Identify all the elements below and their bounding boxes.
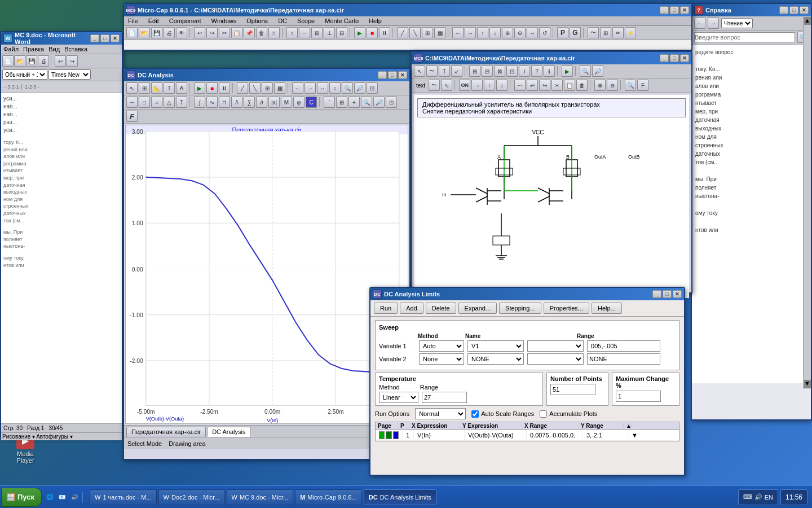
stepping-button[interactable]: Stepping... — [499, 303, 541, 314]
dc-add-icon[interactable]: + — [348, 97, 360, 108]
dc-text-icon[interactable]: A — [176, 82, 187, 94]
dc-fliph-icon[interactable]: ↔ — [317, 82, 328, 94]
dc-limits-close-btn[interactable]: ✕ — [673, 290, 682, 298]
p-icon[interactable]: P — [557, 27, 568, 38]
row-yrange[interactable] — [583, 430, 628, 440]
circ-up-icon[interactable]: ↑ — [484, 80, 495, 91]
accumulate-checkbox[interactable] — [540, 410, 547, 418]
probe-icon[interactable]: ⚡ — [625, 27, 636, 38]
circ-num-icon[interactable]: ··· — [514, 80, 526, 91]
component-icon[interactable]: ⊞ — [311, 27, 323, 38]
dc-maximize-btn[interactable]: □ — [388, 71, 397, 79]
stop-icon[interactable]: ■ — [367, 27, 378, 38]
dc-diag1-icon[interactable]: ╱ — [237, 82, 248, 94]
word-menu-view[interactable]: Вид — [48, 46, 60, 52]
dc-run-icon[interactable]: ▶ — [194, 82, 205, 94]
media-icon[interactable]: 🔊 — [69, 492, 80, 503]
circ-del-icon[interactable]: 🗑 — [576, 80, 588, 91]
word-print-icon[interactable]: 🖨 — [38, 55, 49, 67]
temp-method-select[interactable]: Linear Log — [379, 392, 418, 403]
row-yexpr[interactable] — [465, 430, 527, 440]
circ-comp1-icon[interactable]: ⊞ — [469, 65, 480, 77]
run-button[interactable]: Run — [374, 303, 398, 314]
up-arrow-icon[interactable]: ↑ — [477, 27, 488, 38]
dc-zoom-fit-icon[interactable]: ⊡ — [367, 82, 378, 94]
circuit-area[interactable]: Дифференциальный усилитель на биполярных… — [414, 95, 689, 298]
var1-range-input[interactable] — [587, 340, 660, 352]
circ-comp4-icon[interactable]: ⊡ — [506, 65, 518, 77]
dc-minimize-btn[interactable]: _ — [378, 71, 387, 79]
dc-zoom3-icon[interactable]: 🔍 — [361, 97, 372, 108]
dc-probe-icon[interactable]: T — [164, 82, 175, 94]
mc9-minimize-btn[interactable]: _ — [660, 6, 669, 14]
start-button[interactable]: 🪟 Пуск — [1, 488, 42, 507]
mc9-menu-options[interactable]: Options — [245, 17, 270, 25]
dc-grid2-icon[interactable]: ⊞ — [262, 82, 273, 94]
dc-limits-minimize-btn[interactable]: _ — [652, 290, 661, 298]
right-panel-content[interactable]: редите вопрос току. Ко... рения или алов… — [692, 45, 811, 383]
rp-view-select[interactable]: Чтение — [721, 18, 753, 28]
var2-method-select[interactable]: None Auto — [419, 353, 464, 365]
preview-icon[interactable]: 👁 — [176, 27, 187, 38]
circ-T-icon[interactable]: T — [439, 65, 450, 77]
word-redo-icon[interactable]: ↪ — [67, 55, 78, 67]
pencil-icon[interactable]: ✏ — [612, 27, 624, 38]
dc-diag2-icon[interactable]: ╲ — [249, 82, 261, 94]
word-content[interactable]: уси... нап... нап... раз... уси... тору.… — [1, 93, 122, 423]
right-panel-scrollbar[interactable]: ▲ ▼ — [803, 16, 811, 389]
add-button[interactable]: Add — [400, 303, 423, 314]
print-icon[interactable]: 🖨 — [164, 27, 175, 38]
word-menu-file[interactable]: Файл — [3, 46, 19, 52]
word-undo-icon[interactable]: ↩ — [55, 55, 66, 67]
help-button[interactable]: Help... — [592, 303, 622, 314]
word-open-icon[interactable]: 📂 — [14, 55, 25, 67]
word-save-icon[interactable]: 💾 — [26, 55, 37, 67]
table-icon[interactable]: ▦ — [434, 27, 445, 38]
dc-right-icon[interactable]: → — [304, 82, 316, 94]
circuit-close-btn[interactable]: ✕ — [680, 54, 689, 62]
right-close-btn[interactable]: ✕ — [800, 6, 809, 14]
mc9-menu-montecarlo[interactable]: Monte Carlo — [323, 17, 360, 25]
delete-icon[interactable]: 🗑 — [256, 27, 267, 38]
dc-square-icon[interactable]: ⊓ — [219, 97, 230, 108]
word-maximize-btn[interactable]: □ — [100, 34, 109, 42]
word-menu-edit[interactable]: Правка — [23, 46, 44, 52]
zoom-out-icon[interactable]: ⊖ — [514, 27, 526, 38]
ground-icon[interactable]: ⊥ — [324, 27, 335, 38]
run-options-select[interactable]: Normal Fast — [415, 408, 466, 419]
dc-zoom4-icon[interactable]: 🔎 — [373, 97, 385, 108]
word-close-btn[interactable]: ✕ — [111, 34, 120, 42]
scroll-down-btn[interactable]: ▼ — [804, 380, 811, 388]
circ-wave2-icon[interactable]: ∿ — [441, 80, 452, 91]
properties-button[interactable]: Properties... — [544, 303, 589, 314]
ie-icon[interactable]: 🌐 — [44, 492, 55, 503]
circ-cursor-icon[interactable]: ↖ — [414, 65, 425, 77]
rotate-icon[interactable]: ↺ — [539, 27, 550, 38]
diagonal2-icon[interactable]: ╲ — [409, 27, 421, 38]
word-style-select[interactable]: Обычный + 14 г — [2, 69, 47, 80]
dc-color-icon[interactable]: C — [306, 97, 317, 108]
mc9-menu-windows[interactable]: Windows — [210, 17, 239, 25]
open-icon[interactable]: 📂 — [139, 27, 150, 38]
row-xrange[interactable] — [527, 430, 583, 440]
circ-zoom2-icon[interactable]: 🔎 — [592, 65, 603, 77]
dc-text2-icon[interactable]: T — [176, 97, 187, 108]
dc-sine-icon[interactable]: ∿ — [206, 97, 218, 108]
dc-wave2-icon[interactable]: ∫ — [194, 97, 205, 108]
dc-table2-icon[interactable]: ▦ — [274, 82, 285, 94]
dc-measure-icon[interactable]: 📐 — [151, 82, 162, 94]
yexpr-input[interactable] — [468, 432, 527, 439]
yrange-input[interactable] — [586, 432, 629, 439]
circ-bend-icon[interactable]: ↙ — [451, 65, 462, 77]
g-icon[interactable]: G — [570, 27, 581, 38]
undo-icon[interactable]: ↩ — [194, 27, 205, 38]
dc-abs-icon[interactable]: |x| — [268, 97, 280, 108]
dc-flipv-icon[interactable]: ↕ — [329, 82, 341, 94]
dc-zoom-in-icon[interactable]: 🔍 — [342, 82, 353, 94]
mc9-menu-help[interactable]: Help — [367, 17, 383, 25]
circ-zoom-icon[interactable]: 🔍 — [580, 65, 591, 77]
pause-icon[interactable]: ⏸ — [379, 27, 390, 38]
new-icon[interactable]: 📄 — [126, 27, 138, 38]
word-new-icon[interactable]: 📄 — [2, 55, 14, 67]
var2-name-select[interactable]: NONE — [467, 353, 524, 365]
